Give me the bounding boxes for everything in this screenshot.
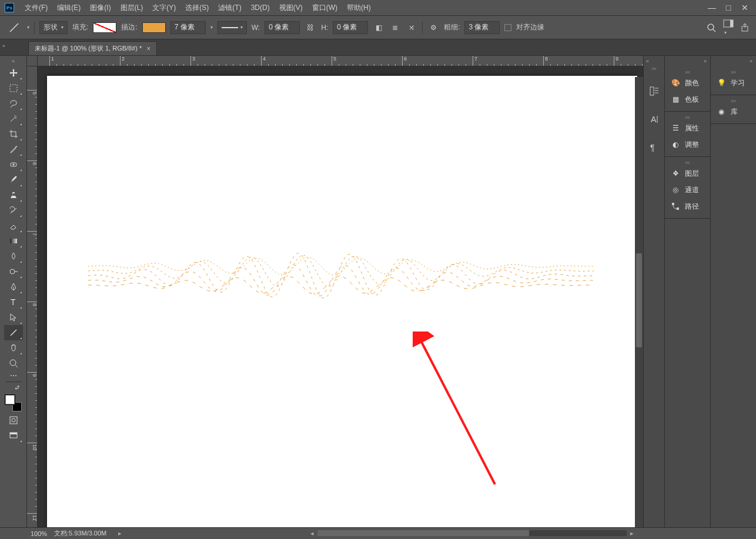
panel-channels[interactable]: ◎通道 bbox=[665, 182, 710, 198]
svg-line-0 bbox=[10, 24, 18, 32]
panel-adjustments[interactable]: ◐调整 bbox=[665, 136, 710, 153]
gradient-tool[interactable] bbox=[4, 233, 23, 249]
swap-colors-icon[interactable] bbox=[4, 383, 23, 391]
character-panel-icon[interactable]: A bbox=[647, 112, 661, 126]
dodge-tool[interactable] bbox=[4, 264, 23, 279]
collapse-icon[interactable]: » bbox=[12, 58, 15, 64]
svg-point-9 bbox=[10, 269, 15, 274]
scrollbar-thumb[interactable] bbox=[636, 253, 642, 347]
panel-learn[interactable]: 💡学习 bbox=[711, 75, 756, 91]
canvas[interactable] bbox=[47, 76, 637, 527]
history-panel-icon[interactable] bbox=[647, 84, 661, 98]
marquee-tool[interactable] bbox=[4, 81, 23, 96]
svg-point-15 bbox=[12, 419, 15, 422]
move-tool[interactable] bbox=[4, 65, 23, 81]
quick-mask-icon[interactable] bbox=[4, 413, 23, 428]
collapse-icon[interactable]: » bbox=[711, 56, 756, 66]
close-button[interactable]: ✕ bbox=[741, 4, 749, 12]
document-tab-label: 未标题-1 @ 100% (形状 1, RGB/8#) * bbox=[35, 44, 142, 53]
path-arrangement-icon[interactable]: ⤨ bbox=[406, 22, 417, 34]
weight-input[interactable]: 3 像素 bbox=[464, 21, 500, 34]
line-tool[interactable] bbox=[4, 325, 23, 340]
share-icon[interactable] bbox=[741, 23, 750, 32]
scroll-right-icon[interactable]: ▸ bbox=[628, 530, 636, 537]
menu-help[interactable]: 帮助(H) bbox=[342, 1, 376, 15]
chevron-right-icon[interactable]: ▸ bbox=[118, 530, 122, 537]
stroke-swatch[interactable] bbox=[142, 22, 166, 33]
color-swatches[interactable] bbox=[4, 394, 23, 413]
ruler-horizontal[interactable]: 123456789 bbox=[38, 56, 643, 66]
type-tool[interactable]: T bbox=[4, 294, 23, 310]
clone-stamp-tool[interactable] bbox=[4, 188, 23, 203]
menu-layer[interactable]: 图层(L) bbox=[116, 1, 148, 15]
hand-tool[interactable] bbox=[4, 340, 23, 356]
width-input[interactable]: 0 像素 bbox=[265, 21, 300, 34]
collapse-icon[interactable]: » bbox=[665, 56, 710, 66]
maximize-button[interactable]: □ bbox=[724, 4, 732, 12]
edit-toolbar-icon[interactable]: ⋯ bbox=[4, 371, 23, 380]
menu-3d[interactable]: 3D(D) bbox=[246, 1, 275, 15]
tool-preset-chevron-icon[interactable]: ▾ bbox=[27, 25, 29, 30]
shape-mode-select[interactable]: 形状 ▾ bbox=[39, 21, 68, 34]
close-tab-icon[interactable]: × bbox=[146, 45, 150, 53]
screen-mode-icon[interactable] bbox=[4, 428, 23, 443]
panel-paths[interactable]: 路径 bbox=[665, 198, 710, 215]
stroke-width-input[interactable]: 7 像素 bbox=[170, 21, 206, 34]
workspace-switcher-icon[interactable]: ▾ bbox=[723, 19, 734, 36]
scrollbar-vertical[interactable] bbox=[635, 77, 643, 527]
minimize-button[interactable]: — bbox=[708, 4, 716, 12]
collapse-icon[interactable]: « bbox=[646, 58, 649, 64]
ruler-origin[interactable] bbox=[27, 56, 38, 66]
menu-filter[interactable]: 滤镜(T) bbox=[213, 1, 246, 15]
align-edges-checkbox[interactable] bbox=[504, 24, 511, 31]
document-info[interactable]: 文档:5.93M/3.00M bbox=[54, 529, 106, 538]
pen-tool[interactable] bbox=[4, 279, 23, 294]
fill-swatch[interactable] bbox=[93, 22, 116, 33]
paths-icon bbox=[671, 202, 680, 211]
panel-swatches[interactable]: ▦色板 bbox=[665, 91, 710, 108]
path-alignment-icon[interactable]: ≣ bbox=[389, 22, 401, 34]
svg-line-11 bbox=[11, 330, 16, 336]
panel-color[interactable]: 🎨颜色 bbox=[665, 75, 710, 91]
eraser-tool[interactable] bbox=[4, 218, 23, 233]
zoom-tool[interactable] bbox=[4, 356, 23, 371]
canvas-viewport[interactable] bbox=[38, 66, 643, 527]
zoom-level[interactable]: 100% bbox=[7, 530, 42, 537]
document-tab[interactable]: 未标题-1 @ 100% (形状 1, RGB/8#) * × bbox=[28, 41, 157, 55]
svg-point-12 bbox=[10, 360, 16, 366]
stroke-style-select[interactable]: ▾ bbox=[218, 21, 247, 34]
healing-brush-tool[interactable] bbox=[4, 157, 23, 172]
panel-layers[interactable]: ❖图层 bbox=[665, 165, 710, 182]
line-tool-icon[interactable] bbox=[6, 19, 22, 36]
scrollbar-horizontal[interactable] bbox=[317, 530, 627, 536]
collapse-icon[interactable]: « bbox=[2, 43, 5, 49]
height-input[interactable]: 0 像素 bbox=[333, 21, 368, 34]
magic-wand-tool[interactable] bbox=[4, 111, 23, 126]
menu-window[interactable]: 窗口(W) bbox=[307, 1, 342, 15]
menu-type[interactable]: 文字(Y) bbox=[148, 1, 180, 15]
gear-icon[interactable]: ⚙ bbox=[427, 22, 439, 34]
chevron-down-icon[interactable]: ▾ bbox=[210, 25, 213, 30]
history-brush-tool[interactable] bbox=[4, 203, 23, 218]
link-wh-icon[interactable]: ⛓ bbox=[305, 22, 316, 34]
search-icon[interactable] bbox=[707, 23, 716, 32]
panel-libraries[interactable]: ◉库 bbox=[711, 103, 756, 120]
menu-view[interactable]: 视图(V) bbox=[275, 1, 307, 15]
brush-tool[interactable] bbox=[4, 172, 23, 188]
menu-edit[interactable]: 编辑(E) bbox=[52, 1, 85, 15]
panel-properties[interactable]: ☰属性 bbox=[665, 120, 710, 136]
lasso-tool[interactable] bbox=[4, 96, 23, 111]
scrollbar-thumb[interactable] bbox=[317, 530, 529, 536]
path-operations-icon[interactable]: ◧ bbox=[373, 22, 384, 34]
crop-tool[interactable] bbox=[4, 126, 23, 142]
foreground-color[interactable] bbox=[5, 395, 15, 404]
blur-tool[interactable] bbox=[4, 249, 23, 264]
paragraph-panel-icon[interactable]: ¶ bbox=[647, 140, 661, 155]
menu-image[interactable]: 图像(I) bbox=[85, 1, 115, 15]
menu-select[interactable]: 选择(S) bbox=[180, 1, 213, 15]
ruler-vertical[interactable]: 567891011 bbox=[27, 66, 38, 527]
path-selection-tool[interactable] bbox=[4, 310, 23, 325]
menu-file[interactable]: 文件(F) bbox=[20, 1, 52, 15]
eyedropper-tool[interactable] bbox=[4, 142, 23, 157]
scroll-left-icon[interactable]: ◂ bbox=[308, 530, 316, 537]
